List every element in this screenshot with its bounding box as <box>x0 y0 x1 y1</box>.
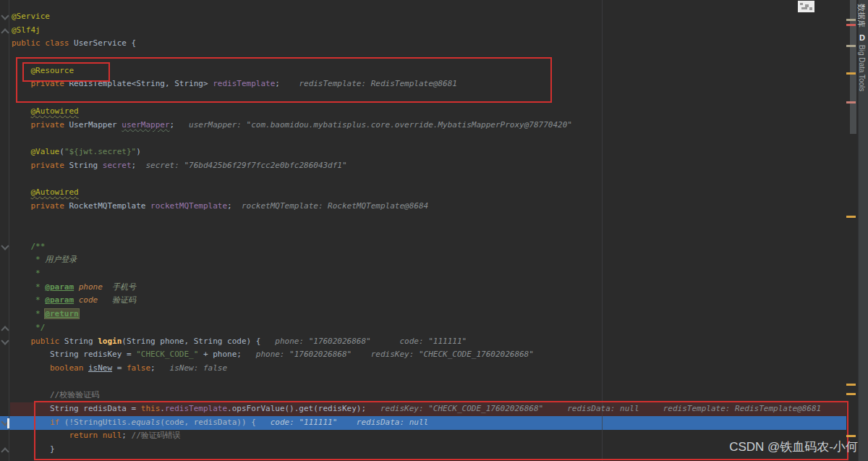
fold-icon[interactable] <box>1 242 9 250</box>
code-line[interactable]: */ <box>12 321 821 335</box>
code-line[interactable]: String redisKey = "CHECK_CODE_" + phone;… <box>12 348 821 362</box>
code-line[interactable] <box>12 376 821 389</box>
error-stripe-mark[interactable] <box>846 216 856 218</box>
fold-icon[interactable] <box>1 448 9 456</box>
big-data-tools-icon[interactable]: D <box>859 33 865 42</box>
code-token: 用户登录 <box>45 255 77 264</box>
code-token: rocketMQTemplate: RocketMQTemplate@8684 <box>232 201 429 211</box>
code-line[interactable]: public class UserService { <box>12 37 821 51</box>
code-token: phone <box>79 282 103 292</box>
error-stripe-mark[interactable] <box>846 24 856 26</box>
code-line[interactable]: @Service <box>12 10 821 24</box>
code-token: public class <box>12 38 74 48</box>
code-token: false <box>127 363 150 373</box>
code-token: //校验验证码 <box>12 390 99 399</box>
fold-icon[interactable] <box>1 28 9 36</box>
gutter-separator <box>9 0 9 461</box>
code-line[interactable]: /** <box>12 240 821 254</box>
code-line[interactable] <box>12 172 821 186</box>
code-line[interactable] <box>12 227 821 240</box>
watermark: CSDN @铁血码农-小何 <box>729 439 858 455</box>
code-line[interactable]: private UserMapper userMapper; userMappe… <box>12 119 821 132</box>
code-token <box>12 106 31 116</box>
code-token: @param <box>45 282 74 292</box>
code-token: "${jwt.secret}" <box>64 147 136 156</box>
code-token: isNew: false <box>156 363 227 373</box>
code-token: @param <box>45 295 74 305</box>
mini-popup-thumbnail <box>798 1 814 12</box>
code-token: private <box>31 120 69 130</box>
code-line[interactable]: * @return <box>12 308 821 321</box>
big-data-tools-button[interactable]: Big Data Tools <box>858 45 866 91</box>
error-stripe-mark[interactable] <box>846 72 856 75</box>
code-token <box>74 295 79 305</box>
code-token: "CHECK_CODE_" <box>136 350 198 359</box>
code-token: ; <box>150 363 156 373</box>
code-token: * <box>12 295 45 305</box>
code-token: + phone; <box>198 350 242 359</box>
code-token: secret <box>103 161 132 170</box>
code-token: isNew <box>88 363 112 373</box>
code-token: ; <box>227 201 232 211</box>
code-line[interactable]: @Autowired <box>12 186 821 200</box>
code-token: private <box>31 161 69 170</box>
code-line[interactable]: public String login(String phone, String… <box>12 335 821 349</box>
code-token: * <box>12 255 45 264</box>
code-line[interactable]: @Value("${jwt.secret}") <box>12 145 821 159</box>
execution-caret <box>7 418 9 428</box>
error-stripe-mark[interactable] <box>846 19 856 21</box>
annotation-box-check-code-block <box>34 401 848 460</box>
fold-icon[interactable] <box>1 326 9 334</box>
code-token <box>103 282 112 292</box>
code-token: public <box>31 337 64 346</box>
code-token: userMapper: "com.baomidou.mybatisplus.co… <box>174 120 572 130</box>
code-line[interactable] <box>12 213 821 227</box>
code-token: @Autowired <box>31 187 79 197</box>
error-stripe-mark[interactable] <box>846 101 856 103</box>
code-token <box>12 337 31 346</box>
code-token <box>74 282 79 292</box>
code-line[interactable] <box>12 132 821 145</box>
code-token: @Service <box>12 12 50 21</box>
code-token: @Autowired <box>31 106 79 116</box>
code-token: ) <box>136 147 141 156</box>
code-token: phone: "17602026868" redisKey: "CHECK_CO… <box>242 350 534 359</box>
fold-icon[interactable] <box>1 337 9 344</box>
code-token: @return <box>45 309 78 318</box>
code-token: rocketMQTemplate <box>150 201 227 211</box>
code-line[interactable]: @Slf4j <box>12 24 821 38</box>
code-token: userMapper <box>122 120 169 130</box>
fold-icon[interactable] <box>1 12 9 20</box>
code-token: UserMapper <box>69 120 122 130</box>
code-token: String <box>69 161 102 170</box>
error-stripe-mark[interactable] <box>846 384 856 386</box>
code-token: UserService { <box>74 38 136 48</box>
error-stripe-mark[interactable] <box>846 393 856 395</box>
code-token <box>12 187 31 197</box>
code-token: @Slf4j <box>12 25 41 35</box>
code-line[interactable]: * 用户登录 <box>12 253 821 267</box>
code-token: String redisKey = <box>12 350 136 359</box>
code-token: */ <box>12 323 45 332</box>
code-line[interactable]: * <box>12 267 821 281</box>
code-line[interactable]: private RocketMQTemplate rocketMQTemplat… <box>12 200 821 213</box>
code-line[interactable]: * @param code 验证码 <box>12 294 821 308</box>
code-token <box>12 363 50 373</box>
annotation-box-redistemplate-field <box>16 57 552 103</box>
error-stripe-mark[interactable] <box>846 45 856 47</box>
code-token: private <box>31 201 69 211</box>
code-token: /** <box>12 242 45 251</box>
code-token: * <box>12 282 45 292</box>
code-token: boolean <box>50 363 88 373</box>
code-line[interactable]: * @param phone 手机号 <box>12 281 821 295</box>
code-line[interactable]: private String secret; secret: "76bd425b… <box>12 159 821 173</box>
ide-window: @Service@Slf4jpublic class UserService {… <box>0 0 868 461</box>
code-token: 手机号 <box>112 282 136 292</box>
code-token: ( <box>59 147 64 156</box>
code-line[interactable]: @Autowired <box>12 105 821 119</box>
code-token: secret: "76bd425b6f29f7fcc2e0bfc286043df… <box>136 161 346 170</box>
error-stripe-mark[interactable] <box>846 435 856 437</box>
code-token <box>12 161 31 170</box>
code-line[interactable]: boolean isNew = false; isNew: false <box>12 362 821 376</box>
database-tool-button[interactable]: 数据库 <box>856 4 867 28</box>
